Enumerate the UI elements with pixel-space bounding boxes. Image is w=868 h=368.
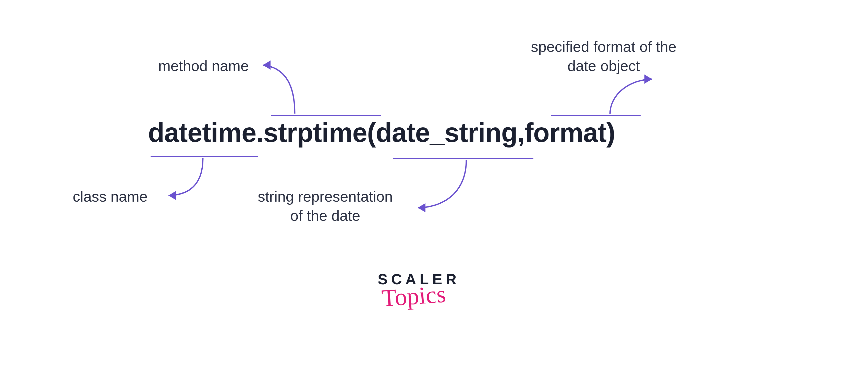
diagram-stage: datetime.strptime(date_string, format) m… bbox=[0, 0, 868, 368]
label-string-rep-line2: of the date bbox=[290, 207, 360, 224]
arrow-arg1 bbox=[411, 159, 478, 216]
arrow-arg2 bbox=[603, 76, 660, 116]
label-format-line1: specified format of the bbox=[531, 38, 677, 55]
token-open-paren: ( bbox=[367, 117, 376, 148]
token-dot: . bbox=[256, 117, 264, 148]
arrow-method bbox=[256, 57, 313, 115]
brand-logo: SCALER Topics bbox=[378, 271, 460, 310]
token-comma: , bbox=[517, 117, 525, 148]
label-format-line2: date object bbox=[567, 57, 640, 74]
rule-method bbox=[271, 115, 381, 116]
token-close-paren: ) bbox=[607, 117, 615, 148]
token-method: strptime bbox=[264, 117, 367, 148]
token-arg2: format bbox=[525, 117, 607, 148]
label-format: specified format of the date object bbox=[531, 37, 677, 75]
label-method-name: method name bbox=[158, 56, 249, 75]
token-class: datetime bbox=[148, 117, 256, 148]
label-string-rep: string representation of the date bbox=[258, 187, 393, 225]
label-string-rep-line1: string representation bbox=[258, 188, 393, 205]
svg-marker-3 bbox=[644, 74, 652, 84]
label-class-name: class name bbox=[73, 187, 148, 206]
svg-marker-0 bbox=[263, 60, 271, 70]
arrow-class bbox=[162, 157, 223, 204]
code-expression: datetime.strptime(date_string, format) bbox=[148, 117, 615, 148]
token-arg1: date_string bbox=[376, 117, 517, 148]
svg-marker-1 bbox=[168, 191, 176, 200]
svg-marker-2 bbox=[418, 203, 426, 212]
